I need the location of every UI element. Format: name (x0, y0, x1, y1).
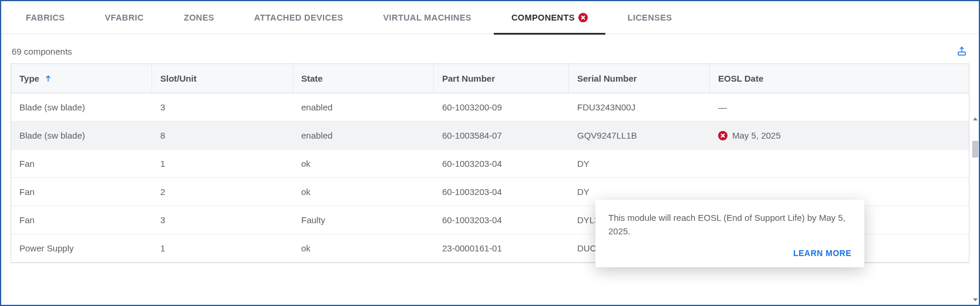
column-label: Type (19, 73, 39, 83)
tab-label: VFABRIC (105, 13, 143, 22)
cell-eosl[interactable]: May 5, 2025 (710, 122, 969, 149)
table-header-row: Type Slot/Unit State Part Number Serial … (11, 64, 969, 93)
cell-type: Fan (11, 150, 152, 177)
tab-label: LICENSES (628, 13, 672, 22)
cell-state: enabled (293, 122, 434, 149)
svg-rect-0 (958, 52, 965, 55)
column-header-serial[interactable]: Serial Number (569, 64, 710, 93)
tooltip-text: This module will reach EOSL (End of Supp… (608, 211, 851, 238)
table-row[interactable]: Fan1ok60-1003203-04DY (11, 150, 969, 178)
export-icon (957, 46, 967, 56)
cell-serial: DY (569, 150, 710, 177)
column-label: Part Number (442, 73, 495, 83)
cell-part: 60-1003203-04 (434, 206, 569, 234)
cell-serial: GQV9247LL1B (569, 122, 710, 149)
cell-part: 60-1003203-04 (434, 178, 569, 206)
column-label: Serial Number (577, 73, 637, 83)
tab-fabrics[interactable]: FABRICS (8, 1, 82, 34)
cell-state: ok (293, 234, 434, 262)
cell-state: ok (293, 150, 434, 177)
cell-type: Power Supply (11, 234, 152, 262)
table-row[interactable]: Blade (sw blade)3enabled60-1003200-09FDU… (11, 93, 969, 122)
tab-label: VIRTUAL MACHINES (383, 13, 472, 22)
learn-more-link[interactable]: LEARN MORE (793, 248, 851, 258)
error-icon (578, 13, 588, 22)
sort-asc-icon (44, 75, 52, 83)
summary-row: 69 components (11, 45, 969, 58)
cell-state: enabled (293, 93, 434, 121)
tab-label: ZONES (184, 13, 214, 22)
cell-part: 60-1003203-04 (434, 150, 569, 177)
column-label: State (301, 73, 323, 83)
cell-type: Fan (11, 178, 152, 206)
scroll-down-arrow[interactable] (972, 295, 979, 304)
tab-virtual-machines[interactable]: VIRTUAL MACHINES (366, 1, 489, 34)
column-header-state[interactable]: State (293, 64, 434, 93)
cell-state: Faulty (293, 206, 434, 234)
column-header-part[interactable]: Part Number (434, 64, 569, 93)
tab-vfabric[interactable]: VFABRIC (87, 1, 161, 34)
column-label: Slot/Unit (160, 73, 197, 83)
components-count: 69 components (12, 46, 72, 56)
cell-part: 23-0000161-01 (434, 234, 569, 262)
cell-slot: 8 (152, 122, 293, 149)
column-header-type[interactable]: Type (11, 64, 152, 93)
tooltip-actions: LEARN MORE (608, 248, 851, 258)
cell-state: ok (293, 178, 434, 206)
tab-attached-devices[interactable]: ATTACHED DEVICES (237, 1, 361, 34)
column-label: EOSL Date (718, 73, 763, 83)
column-header-eosl[interactable]: EOSL Date (710, 64, 969, 93)
tab-label: COMPONENTS (511, 13, 575, 22)
cell-part: 60-1003200-09 (434, 93, 569, 121)
cell-eosl (710, 150, 969, 177)
cell-slot: 1 (152, 150, 293, 177)
tab-licenses[interactable]: LICENSES (610, 1, 690, 34)
cell-slot: 3 (152, 206, 293, 234)
cell-type: Blade (sw blade) (11, 122, 152, 149)
eosl-date: — (718, 102, 727, 112)
content-area: 69 components Type Slot/Unit State Part … (1, 34, 979, 263)
error-icon (718, 131, 728, 140)
export-button[interactable] (955, 45, 968, 58)
cell-slot: 2 (152, 178, 293, 206)
tab-components[interactable]: COMPONENTS (494, 1, 605, 34)
tab-label: ATTACHED DEVICES (254, 13, 343, 22)
tab-label: FABRICS (26, 13, 65, 22)
cell-serial: FDU3243N00J (569, 93, 710, 121)
table-row[interactable]: Blade (sw blade)8enabled60-1003584-07GQV… (11, 122, 969, 150)
cell-slot: 1 (152, 234, 293, 262)
cell-slot: 3 (152, 93, 293, 121)
tabs-bar: FABRICSVFABRICZONESATTACHED DEVICESVIRTU… (1, 1, 979, 34)
cell-type: Fan (11, 206, 152, 234)
cell-type: Blade (sw blade) (11, 93, 152, 121)
eosl-date: May 5, 2025 (732, 130, 781, 140)
tab-zones[interactable]: ZONES (166, 1, 232, 34)
eosl-tooltip: This module will reach EOSL (End of Supp… (595, 200, 864, 267)
cell-part: 60-1003584-07 (434, 122, 569, 149)
cell-eosl: — (710, 93, 969, 121)
column-header-slot[interactable]: Slot/Unit (152, 64, 293, 93)
